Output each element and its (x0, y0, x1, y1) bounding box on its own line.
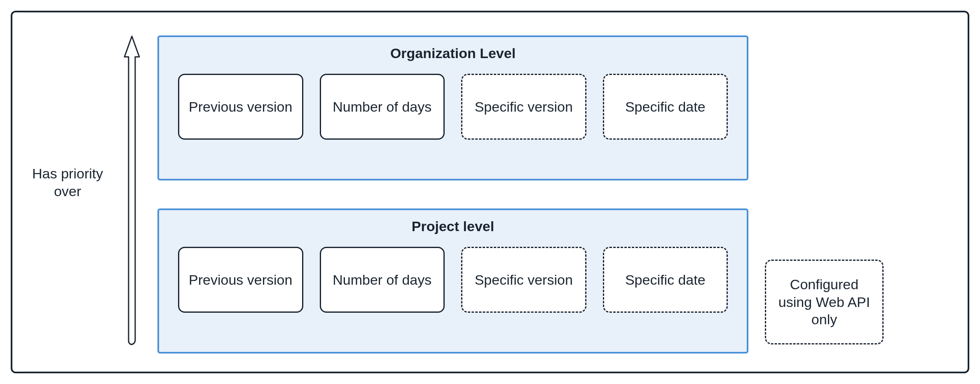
project-level-box: Project level Previous version Number of… (157, 208, 748, 354)
org-option-previous-version: Previous version (178, 74, 303, 140)
organization-level-title: Organization Level (159, 37, 747, 66)
project-option-specific-date: Specific date (603, 247, 728, 313)
organization-level-box: Organization Level Previous version Numb… (157, 35, 748, 180)
priority-arrow-up-icon (123, 35, 141, 354)
project-option-previous-version: Previous version (178, 247, 303, 313)
project-options-row: Previous version Number of days Specific… (159, 239, 747, 332)
project-option-number-of-days: Number of days (320, 247, 445, 313)
priority-label: Has priority over (27, 165, 108, 200)
org-option-specific-version: Specific version (461, 74, 586, 140)
legend-web-api-only: Configured using Web API only (765, 260, 884, 344)
organization-options-row: Previous version Number of days Specific… (159, 66, 747, 159)
diagram-frame: Has priority over Organization Level Pre… (11, 11, 969, 373)
org-option-specific-date: Specific date (603, 74, 728, 140)
project-option-specific-version: Specific version (461, 247, 586, 313)
org-option-number-of-days: Number of days (320, 74, 445, 140)
project-level-title: Project level (159, 210, 747, 239)
